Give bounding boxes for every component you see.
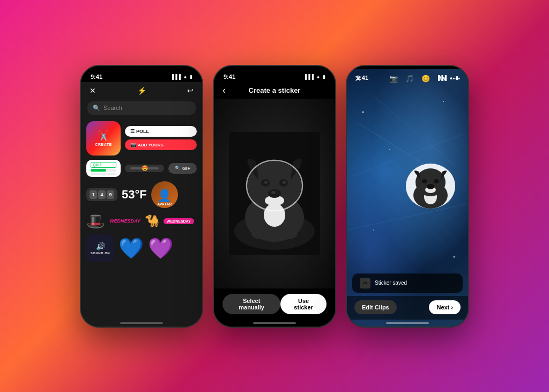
scissors-icon: ✂️ — [98, 130, 109, 142]
addyours-sticker[interactable]: 📷 ADD YOURS — [125, 139, 197, 150]
select-manually-button[interactable]: Select manually — [222, 294, 280, 314]
phone3-status-icons: ▐▐▐ ▲ ▮ — [436, 75, 458, 80]
svg-point-30 — [422, 179, 427, 183]
edit-clips-button[interactable]: Edit Clips — [354, 300, 397, 314]
avatar-label: AVATAR — [157, 202, 172, 206]
search-placeholder: Search — [103, 105, 122, 111]
sticker-row-5: 🔊 SOUND ON 💙 💜 — [86, 234, 197, 262]
phone1-content: ✕ ⚡ ↩ 🔍 Search ✂️ CREATE ☰ POLL — [81, 82, 202, 327]
close-icon[interactable]: ✕ — [90, 86, 96, 95]
search-bar[interactable]: 🔍 Search — [87, 101, 196, 115]
poll-sticker[interactable]: ☰ POLL — [125, 126, 197, 137]
dog-image — [229, 132, 320, 255]
back-button[interactable]: ‹ — [222, 85, 226, 96]
countdown-digit-2: 4 — [98, 190, 106, 199]
sticker-row-1: ✂️ CREATE ☰ POLL 📷 ADD YOURS — [86, 121, 197, 156]
soundon-sticker[interactable]: 🔊 SOUND ON — [86, 234, 114, 262]
quiz-bar-2 — [91, 173, 116, 175]
svg-point-11 — [271, 191, 276, 194]
create-sticker-header: ‹ Create a sticker — [214, 82, 335, 99]
wifi-icon-3: ▲ — [449, 75, 454, 80]
battery-icon-2: ▮ — [323, 74, 325, 79]
phone2-time: 9:41 — [224, 73, 235, 80]
sticker-pills-col: ☰ POLL 📷 ADD YOURS — [125, 126, 197, 150]
temp-value: 53°F — [122, 188, 147, 201]
story-actions: Edit Clips Next › — [347, 296, 468, 320]
temperature-sticker[interactable]: 53°F — [122, 188, 147, 202]
sticker-row-3: 1 4 9 53°F 👤 AVATAR — [86, 181, 197, 208]
sticker-row-2: QUIZ 😍 🔍 GIF — [86, 160, 197, 177]
rotate-icon[interactable]: ↩ — [187, 86, 194, 95]
phone-2: 9:41 ▐▐▐ ▲ ▮ ‹ Create a sticker — [213, 65, 336, 328]
slider-track: 😍 — [130, 167, 159, 169]
phone2-status-icons: ▐▐▐ ▲ ▮ — [303, 74, 325, 79]
search-icon: 🔍 — [93, 105, 100, 112]
wednesday-box-sticker[interactable]: WEDNESDAY — [164, 218, 194, 224]
speaker-icon: 🔊 — [96, 242, 105, 250]
create-sticker[interactable]: ✂️ CREATE — [86, 121, 121, 156]
avatar-sticker[interactable]: 👤 AVATAR — [151, 181, 178, 208]
quiz-sticker[interactable]: QUIZ — [86, 160, 121, 177]
phone3-home-indicator — [386, 322, 429, 324]
next-button[interactable]: Next › — [429, 300, 461, 314]
svg-point-9 — [283, 181, 286, 184]
phone1-status-bar: 9:41 ▐▐▐ ▲ ▮ — [81, 69, 202, 82]
use-sticker-button[interactable]: Use sticker — [280, 294, 327, 314]
dog-photo-inner — [214, 99, 335, 289]
poll-label: POLL — [136, 129, 149, 134]
phone1-notch — [125, 66, 158, 69]
picker-nav: ✕ ⚡ ↩ — [81, 82, 202, 99]
svg-point-32 — [427, 184, 434, 189]
signal-icon-2: ▐▐▐ — [303, 74, 314, 79]
search-small-icon: 🔍 — [175, 166, 180, 171]
phone2-home-indicator — [253, 322, 296, 324]
countdown-digit-1: 1 — [90, 190, 97, 199]
dog-photo-area — [214, 99, 335, 289]
quiz-bar — [91, 169, 116, 172]
create-sticker-title: Create a sticker — [249, 86, 301, 94]
wifi-icon: ▲ — [183, 74, 188, 79]
battery-icon-3: ▮ — [456, 75, 458, 80]
gif-label: GIF — [182, 166, 190, 171]
phone3-time: 9:41 — [357, 75, 368, 81]
story-bottom: ✂ Sticker saved Edit Clips Next › — [347, 273, 468, 320]
wifi-icon-2: ▲ — [316, 74, 321, 79]
blue-heart-sticker[interactable]: 💙 — [118, 238, 144, 258]
photo-actions: Select manually Use sticker — [214, 289, 335, 320]
sticker-row-4: 🎩 WEDNESDAY 🐪 WEDNESDAY — [86, 212, 197, 230]
slider-thumb-icon: 😍 — [142, 165, 148, 171]
camel-sticker[interactable]: 🐪 — [145, 214, 159, 228]
battery-icon: ▮ — [190, 74, 192, 79]
sticker-saved-text: Sticker saved — [375, 280, 407, 286]
addyours-icon: 📷 — [130, 142, 136, 147]
sticker-saved-icon: ✂ — [360, 278, 370, 289]
countdown-sticker[interactable]: 1 4 9 — [86, 188, 117, 201]
phone1-status-icons: ▐▐▐ ▲ ▮ — [170, 74, 192, 79]
countdown-digit-3: 9 — [107, 190, 114, 199]
dog-sticker-svg — [404, 162, 457, 210]
create-label: CREATE — [95, 143, 112, 146]
dog-sticker-floating[interactable] — [404, 162, 457, 210]
pirate-hat-sticker[interactable]: 🎩 — [86, 212, 105, 230]
svg-point-4 — [264, 203, 285, 227]
phone1-time: 9:41 — [91, 73, 102, 80]
phone-1: 9:41 ▐▐▐ ▲ ▮ ✕ ⚡ ↩ 🔍 Search ✂️ CREATE — [80, 65, 203, 328]
sticker-saved-bar: ✂ Sticker saved — [352, 273, 463, 293]
phone3-content: ✕ 📷 🎵 😊 Aa ••• — [347, 69, 468, 327]
avatar-face-icon: 👤 — [157, 189, 172, 203]
gif-sticker[interactable]: 🔍 GIF — [168, 163, 197, 174]
purple-heart-sticker[interactable]: 💜 — [148, 238, 173, 258]
svg-point-31 — [434, 179, 439, 183]
slider-sticker[interactable]: 😍 — [125, 165, 164, 172]
svg-point-8 — [264, 181, 268, 184]
phone3-notch — [391, 66, 424, 69]
soundon-label: SOUND ON — [91, 252, 110, 255]
phone1-home-indicator — [120, 322, 163, 324]
flash-icon[interactable]: ⚡ — [137, 86, 146, 95]
phone2-status-bar: 9:41 ▐▐▐ ▲ ▮ — [214, 69, 335, 82]
phone3-status-bar: 9:41 ▐▐▐ ▲ ▮ — [347, 70, 468, 83]
phone2-content: ‹ Create a sticker — [214, 82, 335, 327]
svg-point-13 — [251, 228, 271, 239]
wednesday-text-sticker[interactable]: WEDNESDAY — [109, 218, 140, 224]
addyours-label: ADD YOURS — [138, 143, 164, 147]
